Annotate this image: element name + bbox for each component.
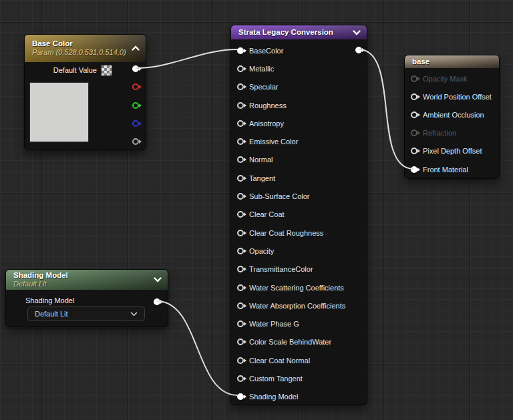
pin-label: Front Material <box>423 166 468 174</box>
input-pin[interactable] <box>237 393 244 400</box>
pin-label: Specular <box>249 83 278 91</box>
pin-label: Water Phase G <box>249 320 299 328</box>
pin-label: Pixel Depth Offset <box>423 147 482 155</box>
input-pin[interactable] <box>237 65 244 72</box>
input-pin[interactable] <box>237 138 244 145</box>
pin-label: Normal <box>249 156 273 164</box>
input-pin[interactable] <box>237 266 244 272</box>
pin-label: Sub-Surface Color <box>249 192 310 200</box>
input-pin[interactable] <box>237 339 244 345</box>
input-row-color-scale-behindwater: Color Scale BehindWater <box>231 333 367 351</box>
input-pin[interactable] <box>237 211 244 218</box>
input-pin[interactable] <box>237 175 244 182</box>
node-title: Shading Model <box>13 271 168 280</box>
output-pin-main[interactable] <box>132 65 139 72</box>
input-row-opacity: Opacity <box>231 242 367 260</box>
input-pin[interactable] <box>237 83 244 90</box>
shading-model-field-label: Shading Model <box>25 296 74 304</box>
pin-label: Roughness <box>249 101 287 110</box>
input-pin[interactable] <box>237 375 244 382</box>
input-row-anisotropy: Anisotropy <box>231 114 367 132</box>
input-row-clear-coat-normal: Clear Coat Normal <box>231 351 367 369</box>
chevron-up-icon[interactable] <box>132 45 140 51</box>
node-base-material-result[interactable]: base Opacity Mask World Position Offset … <box>404 55 500 179</box>
pin-label: Color Scale BehindWater <box>249 338 331 346</box>
dropdown-value: Default Lit <box>35 310 68 318</box>
node-header-strata[interactable]: Strata Legacy Conversion <box>231 25 367 39</box>
input-row-metallic: Metallic <box>231 59 367 77</box>
input-row-pixel-depth-offset: Pixel Depth Offset <box>405 142 499 160</box>
pin-label: Opacity Mask <box>423 75 468 83</box>
pin-label: Clear Coat <box>249 210 285 218</box>
pin-label: BaseColor <box>249 47 283 55</box>
input-pin[interactable] <box>411 112 417 118</box>
pin-label: Emissive Color <box>249 138 298 146</box>
node-base-color-param[interactable]: Base Color Param (0.528,0.531,0.514,0) D… <box>24 34 146 150</box>
input-row-sub-surface-color: Sub-Surface Color <box>231 187 367 205</box>
shading-model-dropdown[interactable]: Default Lit <box>27 306 145 321</box>
node-header-base-color[interactable]: Base Color Param (0.528,0.531,0.514,0) <box>25 35 146 62</box>
input-row-clear-coat: Clear Coat <box>231 206 367 224</box>
input-row-transmittancecolor: TransmittanceColor <box>231 260 367 278</box>
input-pin[interactable] <box>411 75 417 82</box>
node-header-base[interactable]: base <box>405 55 499 68</box>
output-pin-alpha-channel[interactable] <box>132 138 139 145</box>
output-pin-green-channel[interactable] <box>132 102 139 109</box>
input-row-tangent: Tangent <box>231 169 367 187</box>
pin-label: Tangent <box>249 174 275 182</box>
input-row-clear-coat-roughness: Clear Coat Roughness <box>231 224 367 242</box>
input-pin[interactable] <box>411 166 417 173</box>
input-pin[interactable] <box>411 93 417 100</box>
chevron-down-icon[interactable] <box>353 30 361 35</box>
node-header-shading-model[interactable]: Shading Model Default Lit <box>6 270 168 290</box>
input-pin[interactable] <box>237 230 244 236</box>
pin-label: Metallic <box>249 65 274 73</box>
pin-label: Water Absorption Coefficients <box>249 302 345 310</box>
texture-checker-icon[interactable] <box>101 65 112 76</box>
input-pin[interactable] <box>237 302 244 309</box>
input-pin[interactable] <box>237 193 244 200</box>
output-pin-blue-channel[interactable] <box>132 120 139 127</box>
input-row-specular: Specular <box>231 78 367 96</box>
input-pin[interactable] <box>237 321 244 327</box>
input-row-roughness: Roughness <box>231 96 367 114</box>
pin-label: Shading Model <box>249 393 298 401</box>
input-row-shading-model: Shading Model <box>231 388 367 406</box>
wire-basecolor-to-strata[interactable] <box>136 49 238 68</box>
node-title: Base Color <box>32 39 146 48</box>
material-graph-canvas[interactable]: Base Color Param (0.528,0.531,0.514,0) D… <box>0 0 513 420</box>
node-subtitle: Default Lit <box>13 280 168 288</box>
input-pin[interactable] <box>237 357 244 364</box>
input-pin[interactable] <box>237 102 244 109</box>
pin-label: TransmittanceColor <box>249 265 313 273</box>
input-pin[interactable] <box>237 156 244 163</box>
input-pin[interactable] <box>237 47 244 54</box>
input-pin[interactable] <box>411 130 417 136</box>
pin-label: Clear Coat Roughness <box>249 229 323 237</box>
node-strata-legacy-conversion[interactable]: Strata Legacy Conversion BaseColor Metal… <box>230 25 367 405</box>
node-title: Strata Legacy Conversion <box>238 25 367 39</box>
input-pin[interactable] <box>237 120 244 127</box>
input-row-custom-tangent: Custom Tangent <box>231 369 367 387</box>
pin-label: World Position Offset <box>423 93 492 101</box>
output-pin-shading-model[interactable] <box>154 298 160 305</box>
input-row-water-scattering: Water Scattering Coefficients <box>231 278 367 296</box>
input-pin[interactable] <box>237 248 244 254</box>
input-row-emissive-color: Emissive Color <box>231 132 367 150</box>
wire-shadingmodel-to-strata[interactable] <box>157 301 238 395</box>
default-value-row: Default Value <box>25 64 112 76</box>
node-subtitle: Param (0.528,0.531,0.514,0) <box>32 48 146 57</box>
chevron-down-icon[interactable] <box>154 277 162 282</box>
input-pin[interactable] <box>237 284 244 291</box>
output-pin-red-channel[interactable] <box>132 83 139 90</box>
output-pin-strata-result[interactable] <box>355 47 362 53</box>
node-shading-model[interactable]: Shading Model Default Lit Shading Model … <box>5 269 168 327</box>
input-row-water-absorption: Water Absorption Coefficients <box>231 296 367 314</box>
pin-label: Opacity <box>249 247 274 255</box>
pin-label: Water Scattering Coefficients <box>249 284 344 292</box>
pin-label: Anisotropy <box>249 120 284 128</box>
pin-label: Ambient Occlusion <box>423 111 484 119</box>
pin-label: Refraction <box>423 129 456 137</box>
chevron-down-icon <box>130 312 138 317</box>
input-pin[interactable] <box>411 148 417 154</box>
